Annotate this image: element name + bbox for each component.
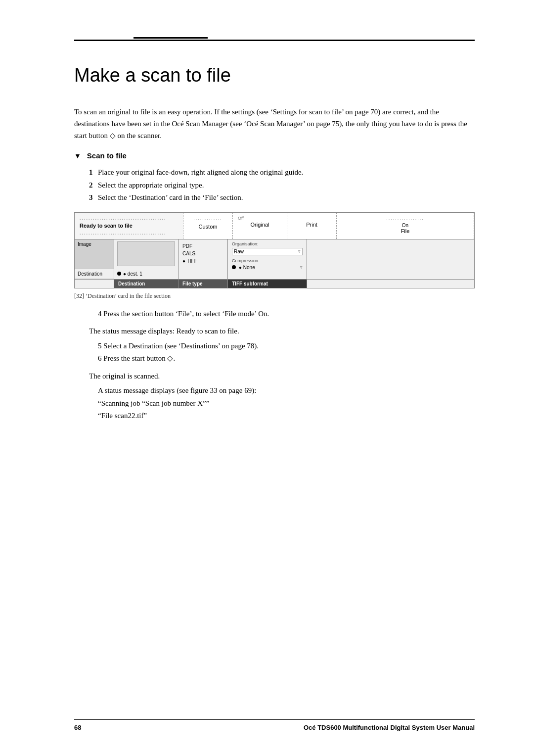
title-section: Make a scan to file [74, 40, 475, 86]
section-heading: Scan to file [87, 151, 127, 160]
scanner-ui-mockup: ....................................... … [74, 212, 475, 288]
dest-row: ● dest. 1 [117, 271, 175, 277]
status-message-1: “Scanning job “Scan job number X”” [98, 397, 475, 410]
steps-list: Place your original face-down, right ali… [89, 166, 475, 204]
dropdown-arrow-icon: ▿ [298, 249, 301, 254]
scanner-bottom: Image Destination ● dest. 1 PDF [75, 239, 474, 279]
tiff-option: ● TIFF [182, 258, 223, 264]
ready-panel: ....................................... … [75, 213, 183, 239]
empty-label-cell [75, 280, 114, 288]
custom-dots: ............. [188, 216, 227, 221]
on-file-row: On File [342, 221, 469, 236]
original-label: Original [238, 222, 282, 230]
image-area: Image [75, 239, 114, 269]
step-3: Select the ‘Destination’ card in the ‘Fi… [89, 191, 475, 204]
destination-area: Destination [75, 269, 114, 279]
cals-option: CALS [182, 251, 223, 256]
filetype-col: PDF CALS ● TIFF [178, 239, 228, 279]
bullet-triangle-icon: ▼ [74, 152, 81, 160]
step-2: Select the appropriate original type. [89, 179, 475, 192]
file-label: File [342, 228, 469, 234]
step-5: Select a Destination (see ‘Destinations’… [89, 340, 475, 353]
step4-subtext: The status message displays: Ready to sc… [89, 325, 475, 338]
step5-list: Select a Destination (see ‘Destinations’… [89, 340, 475, 365]
scanner-label-row: Destination File type TIFF subformat [75, 279, 474, 288]
compression-label: Compression: [232, 258, 303, 263]
dest-placeholder [117, 241, 175, 266]
off-on-top: Off [238, 216, 282, 222]
page: Make a scan to file To scan an original … [0, 0, 534, 756]
pdf-option: PDF [182, 243, 223, 249]
scanner-right-col [307, 239, 474, 279]
tiff-column-label: TIFF subformat [228, 280, 307, 288]
none-dropdown-arrow-icon: ▿ [300, 265, 303, 270]
none-radio-icon [232, 265, 236, 269]
print-spacer [292, 216, 331, 222]
raw-dropdown[interactable]: Raw ▿ [232, 248, 303, 255]
step-4: Press the section button ‘File’, to sele… [89, 308, 475, 321]
dest-radio-icon [117, 272, 121, 276]
ready-dots: ....................................... [80, 216, 178, 221]
step6-subtext: The original is scanned. [89, 370, 475, 383]
original-panel: Off Original [233, 213, 287, 239]
status-message-intro: A status message displays (see figure 33… [98, 384, 475, 397]
tiff-col: Organisation: Raw ▿ Compression: ● None … [228, 239, 307, 279]
ready-label: Ready to scan to file [80, 221, 178, 231]
none-row: ● None ▿ [232, 265, 303, 270]
on-label: On [342, 223, 469, 228]
print-label: Print [292, 222, 331, 228]
footer-page-number: 68 [74, 724, 81, 731]
ready-dots-bottom: ....................................... [80, 231, 178, 236]
file-panel: ................. On File [337, 213, 474, 239]
dest-col: ● dest. 1 [114, 239, 178, 279]
destination-column-label: Destination [114, 280, 178, 288]
page-footer: 68 Océ TDS600 Multifunctional Digital Sy… [74, 719, 475, 731]
page-title: Make a scan to file [74, 65, 475, 86]
step-1: Place your original face-down, right ali… [89, 166, 475, 179]
scanner-top-bar: ....................................... … [75, 213, 474, 239]
footer-manual-title: Océ TDS600 Multifunctional Digital Syste… [304, 724, 475, 731]
scanner-left-col: Image Destination [75, 239, 114, 279]
continued-steps-list: Press the section button ‘File’, to sele… [89, 308, 475, 321]
section-heading-row: ▼ Scan to file [74, 151, 475, 160]
empty-right-label [307, 280, 474, 288]
custom-label: Custom [188, 221, 227, 232]
intro-paragraph: To scan an original to file is an easy o… [74, 106, 475, 142]
print-panel: Print [287, 213, 337, 239]
figure-caption: [32] ‘Destination’ card in the file sect… [74, 292, 475, 300]
custom-panel: ............. Custom [183, 213, 233, 239]
file-dots: ................. [342, 216, 469, 221]
organisation-label: Organisation: [232, 241, 303, 246]
status-message-2: “File scan22.tif” [98, 410, 475, 423]
filetype-column-label: File type [178, 280, 228, 288]
step-6: Press the start button ◇. [89, 352, 475, 365]
